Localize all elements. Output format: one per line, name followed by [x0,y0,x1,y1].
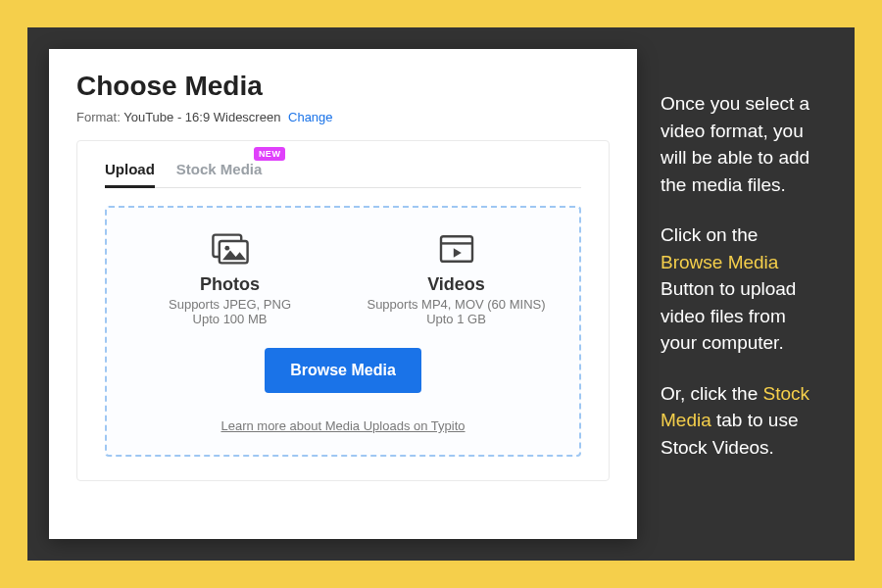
svg-rect-3 [441,236,472,262]
videos-column: Videos Supports MP4, MOV (60 MINS) Upto … [353,233,560,326]
upload-panel: Upload Stock Media NEW [76,140,610,481]
caption-p3-a: Or, click the [661,383,763,404]
change-format-link[interactable]: Change [288,110,333,124]
media-types-row: Photos Supports JPEG, PNG Upto 100 MB [126,233,560,326]
tab-upload[interactable]: Upload [105,153,155,187]
photos-icon [211,233,250,265]
videos-supports: Supports MP4, MOV (60 MINS) [353,297,560,312]
caption-paragraph-3: Or, click the Stock Media tab to use Sto… [661,380,823,462]
browse-media-button[interactable]: Browse Media [265,348,421,393]
caption-paragraph-1: Once you select a video format, you will… [661,90,823,198]
caption-paragraph-2: Click on the Browse Media Button to uplo… [661,221,823,357]
new-badge: NEW [254,147,286,161]
choose-media-card: Choose Media Format: YouTube - 16:9 Wide… [49,49,637,539]
videos-icon [437,233,476,265]
instruction-caption: Once you select a video format, you will… [661,49,827,539]
svg-marker-5 [453,248,461,258]
format-value: YouTube - 16:9 Widescreen [123,110,280,124]
format-line: Format: YouTube - 16:9 Widescreen Change [76,110,610,124]
tab-stock-media[interactable]: Stock Media NEW [176,153,263,187]
photos-column: Photos Supports JPEG, PNG Upto 100 MB [126,233,333,326]
dropzone[interactable]: Photos Supports JPEG, PNG Upto 100 MB [105,206,581,457]
tab-upload-label: Upload [105,161,155,177]
videos-heading: Videos [353,274,560,295]
videos-limit: Upto 1 GB [353,312,560,326]
format-label: Format: [76,110,121,124]
caption-p2-b: Button to upload video files from your c… [661,278,796,353]
tab-stock-label: Stock Media [176,161,263,177]
svg-point-2 [224,246,229,251]
photos-limit: Upto 100 MB [126,312,333,326]
instruction-frame: Choose Media Format: YouTube - 16:9 Wide… [27,27,855,561]
caption-p2-highlight: Browse Media [661,252,778,272]
caption-p2-a: Click on the [661,224,758,245]
photos-heading: Photos [126,274,333,295]
tabs: Upload Stock Media NEW [105,153,581,188]
photos-supports: Supports JPEG, PNG [126,297,333,312]
page-title: Choose Media [76,71,610,102]
learn-more-link[interactable]: Learn more about Media Uploads on Typito [126,418,560,433]
